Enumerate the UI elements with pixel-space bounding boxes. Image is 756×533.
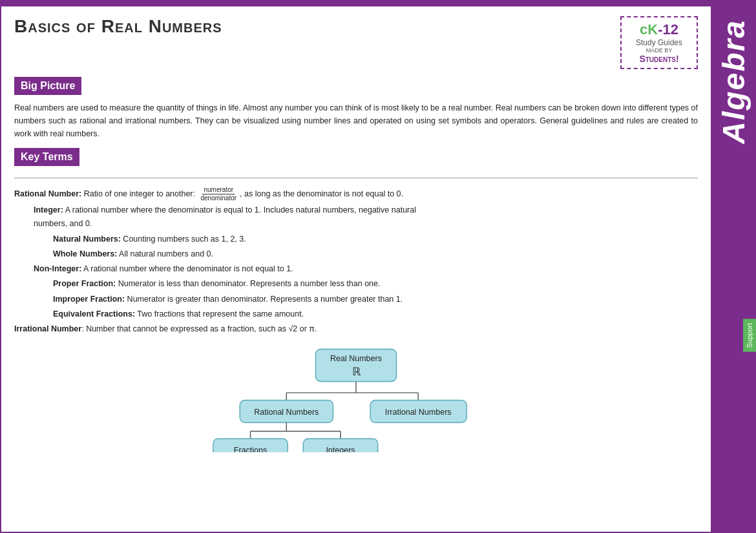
made-by-label: Made by: [628, 47, 690, 54]
term-label: Non-Integer:: [34, 264, 81, 273]
big-picture-header: Big Picture: [14, 77, 81, 95]
list-item: Rational Number: Ratio of one integer to…: [14, 186, 698, 202]
subject-label: Algebra: [716, 19, 751, 144]
term-label: Equivalent Fractions:: [53, 309, 135, 319]
section-divider: [14, 178, 698, 178]
term-continuation: numbers, and 0.: [34, 217, 698, 231]
ck12-logo: cK-12 Study Guides Made by Students!: [620, 16, 698, 69]
diagram-container: Real Numbers ℝ Rational Numbers Irration…: [14, 346, 698, 452]
header-row: Basics of Real Numbers cK-12 Study Guide…: [14, 16, 698, 69]
real-numbers-symbol: ℝ: [352, 365, 361, 378]
term-label: Irrational Number: [14, 324, 81, 333]
list-item: Integer: A rational number where the den…: [14, 204, 698, 231]
integers-label: Integers: [326, 446, 355, 452]
top-bar: [1, 1, 711, 6]
fraction-display: numerator denominator: [199, 186, 238, 202]
rational-numbers-label: Rational Numbers: [254, 408, 319, 417]
list-item: Improper Fraction: Numerator is greater …: [14, 293, 698, 306]
term-label: Integer:: [34, 205, 63, 214]
list-item: Proper Fraction: Numerator is less than …: [14, 277, 698, 291]
big-picture-text: Real numbers are used to measure the qua…: [14, 101, 698, 140]
list-item: Whole Numbers: All natural numbers and 0…: [14, 247, 698, 261]
list-item: Natural Numbers: Counting numbers such a…: [14, 233, 698, 246]
list-item: Equivalent Fractions: Two fractions that…: [14, 308, 698, 321]
list-item: Irrational Number: Number that cannot be…: [14, 322, 698, 336]
support-tab[interactable]: Support: [743, 319, 756, 352]
term-label: Improper Fraction:: [53, 295, 125, 304]
list-item: Non-Integer: A rational number where the…: [14, 262, 698, 276]
key-terms-header: Key Terms: [14, 148, 79, 166]
content-area: Basics of Real Numbers cK-12 Study Guide…: [1, 6, 711, 532]
fractions-label: Fractions: [234, 446, 267, 452]
twelve-text: -12: [658, 21, 678, 37]
term-label: Whole Numbers:: [53, 249, 117, 258]
students-label: Students!: [628, 54, 690, 64]
irrational-numbers-label: Irrational Numbers: [385, 408, 452, 417]
term-label: Natural Numbers:: [53, 235, 121, 244]
page-title: Basics of Real Numbers: [14, 16, 222, 37]
study-guides-label: Study Guides: [628, 38, 690, 47]
ck-text: cK: [640, 21, 658, 37]
main-content: Basics of Real Numbers cK-12 Study Guide…: [0, 0, 711, 533]
terms-list: Rational Number: Ratio of one integer to…: [14, 186, 698, 336]
term-label: Rational Number:: [14, 189, 81, 198]
key-terms-section: Key Terms Rational Number: Ratio of one …: [14, 148, 698, 336]
number-hierarchy-diagram: Real Numbers ℝ Rational Numbers Irration…: [194, 346, 518, 452]
term-label: Proper Fraction:: [53, 279, 116, 288]
right-sidebar: Algebra Support: [711, 0, 756, 533]
real-numbers-label: Real Numbers: [330, 354, 382, 363]
